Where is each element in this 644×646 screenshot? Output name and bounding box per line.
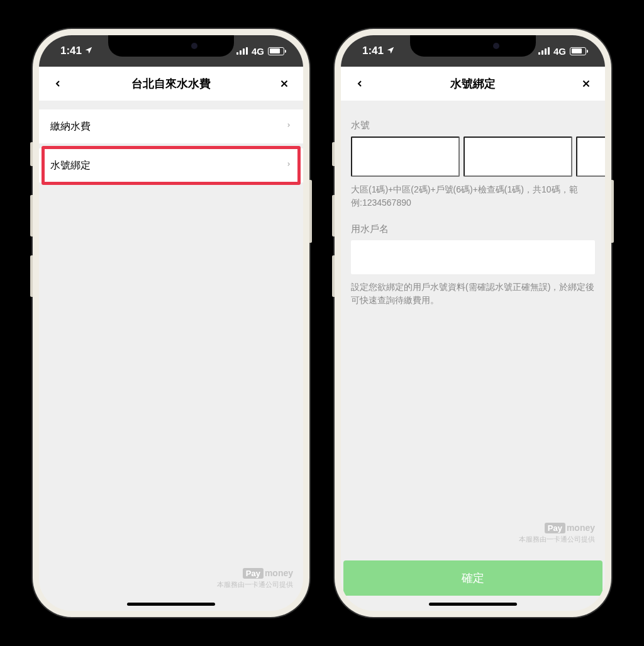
notch <box>410 35 536 57</box>
money-label: money <box>265 568 293 578</box>
close-button[interactable] <box>579 76 594 91</box>
account-name-input[interactable] <box>351 240 595 274</box>
footer-brand: Paymoney 本服務由一卡通公司提供 <box>351 523 595 548</box>
home-indicator[interactable] <box>429 603 517 606</box>
phone-screen-right: 1:41 4G 水號綁定 水號 <box>341 35 605 611</box>
signal-icon <box>236 47 248 55</box>
close-button[interactable] <box>277 76 292 91</box>
pay-badge: Pay <box>545 523 565 533</box>
chevron-right-icon <box>286 120 292 133</box>
phone-frame-left: 1:41 4G 台北自來水水費 繳納水費 <box>33 29 309 617</box>
chevron-right-icon <box>286 159 292 172</box>
content-area: 繳納水費 水號綁定 Paymoney 本服務由一卡通公司提供 <box>39 101 303 611</box>
battery-icon <box>570 47 586 55</box>
status-time: 1:41 <box>362 45 384 57</box>
network-label: 4G <box>553 46 566 57</box>
footer-brand: Paymoney 本服務由一卡通公司提供 <box>39 568 303 593</box>
pay-badge: Pay <box>243 568 264 579</box>
account-name-hint: 設定您欲綁定的用戶水號資料(需確認水號正確無誤)，於綁定後可快速查詢待繳費用。 <box>351 281 595 307</box>
back-button[interactable] <box>352 76 367 91</box>
location-icon <box>386 46 395 57</box>
form: 水號 大區(1碼)+中區(2碼)+戶號(6碼)+檢查碼(1碼)，共10碼，範例:… <box>341 109 605 558</box>
water-number-hint: 大區(1碼)+中區(2碼)+戶號(6碼)+檢查碼(1碼)，共10碼，範例:123… <box>351 183 595 209</box>
content-area: 水號 大區(1碼)+中區(2碼)+戶號(6碼)+檢查碼(1碼)，共10碼，範例:… <box>341 101 605 611</box>
back-button[interactable] <box>50 76 65 91</box>
account-name-label: 用水戶名 <box>351 223 595 235</box>
confirm-button-label: 確定 <box>462 571 484 586</box>
side-buttons-right <box>611 180 614 243</box>
provider-text: 本服務由一卡通公司提供 <box>351 535 595 544</box>
status-time: 1:41 <box>60 45 82 57</box>
water-number-segment-3[interactable] <box>576 136 605 177</box>
menu-item-label: 繳納水費 <box>50 120 91 133</box>
menu-item-bind-account[interactable]: 水號綁定 <box>39 148 303 182</box>
page-title: 台北自來水水費 <box>131 76 211 91</box>
location-icon <box>84 46 93 57</box>
phone-frame-right: 1:41 4G 水號綁定 水號 <box>335 29 611 617</box>
nav-bar: 台北自來水水費 <box>39 67 303 101</box>
signal-icon <box>538 47 550 55</box>
side-buttons-left <box>30 142 33 316</box>
nav-bar: 水號綁定 <box>341 67 605 101</box>
menu-item-label: 水號綁定 <box>50 159 91 172</box>
battery-icon <box>268 47 284 55</box>
side-buttons-right <box>309 180 312 243</box>
network-label: 4G <box>252 46 264 57</box>
home-indicator[interactable] <box>127 603 215 606</box>
money-label: money <box>567 523 595 533</box>
water-number-label: 水號 <box>351 120 595 131</box>
confirm-button[interactable]: 確定 <box>343 560 602 596</box>
notch <box>108 35 234 57</box>
water-number-segment-2[interactable] <box>464 136 572 177</box>
page-title: 水號綁定 <box>450 76 496 91</box>
menu-item-pay-bill[interactable]: 繳納水費 <box>39 109 303 143</box>
phone-screen-left: 1:41 4G 台北自來水水費 繳納水費 <box>39 35 303 611</box>
provider-text: 本服務由一卡通公司提供 <box>39 580 293 589</box>
water-number-segment-1[interactable] <box>351 136 460 177</box>
water-number-inputs <box>351 136 595 177</box>
side-buttons-left <box>332 142 335 316</box>
